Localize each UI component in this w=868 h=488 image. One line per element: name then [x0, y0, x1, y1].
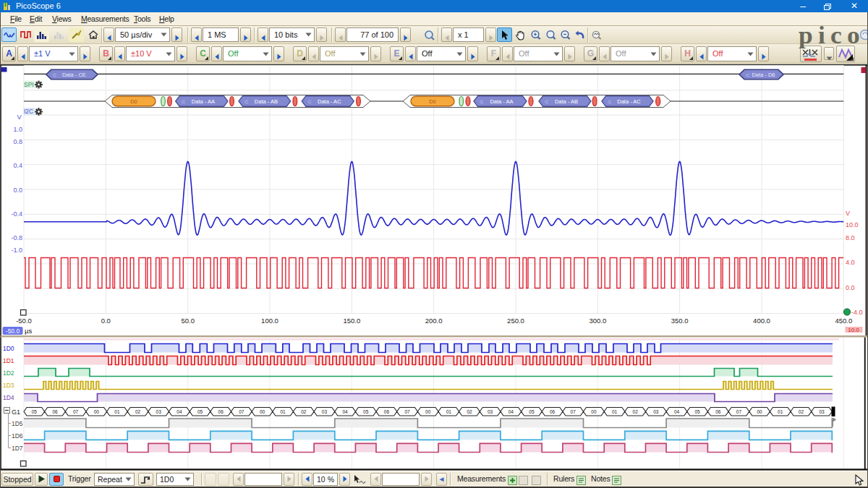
svg-text:01: 01	[446, 409, 452, 414]
svg-text:1D0: 1D0	[3, 345, 14, 352]
svg-text:05: 05	[32, 409, 38, 414]
svg-text:02: 02	[633, 409, 639, 414]
svg-text:07: 07	[571, 409, 576, 414]
svg-text:07: 07	[239, 409, 244, 414]
svg-text:02: 02	[799, 409, 804, 414]
svg-text:06: 06	[715, 409, 721, 414]
svg-text:02: 02	[135, 409, 141, 414]
svg-text:00: 00	[591, 409, 597, 414]
svg-text:1D4: 1D4	[3, 394, 14, 401]
svg-text:05: 05	[363, 409, 369, 414]
svg-text:00: 00	[757, 409, 762, 414]
svg-text:1D7: 1D7	[12, 445, 23, 452]
svg-text:03: 03	[653, 409, 659, 414]
svg-text:00: 00	[94, 409, 100, 414]
svg-text:00: 00	[425, 409, 431, 414]
svg-text:1D5: 1D5	[12, 420, 23, 427]
svg-text:00: 00	[260, 409, 265, 414]
svg-text:05: 05	[694, 409, 700, 414]
svg-text:06: 06	[52, 409, 58, 414]
svg-text:05: 05	[197, 409, 203, 414]
svg-text:05: 05	[529, 409, 535, 414]
svg-text:1D1: 1D1	[3, 357, 14, 364]
svg-text:02: 02	[301, 409, 307, 414]
svg-text:1D2: 1D2	[3, 369, 14, 377]
svg-text:04: 04	[674, 409, 680, 414]
svg-text:01: 01	[778, 409, 783, 414]
svg-text:03: 03	[156, 409, 162, 414]
svg-text:07: 07	[736, 409, 742, 414]
svg-text:03: 03	[488, 409, 493, 414]
svg-text:G1: G1	[12, 408, 20, 416]
svg-text:01: 01	[280, 409, 286, 414]
svg-text:04: 04	[176, 409, 182, 414]
svg-text:04: 04	[342, 409, 348, 414]
svg-text:1D6: 1D6	[12, 432, 23, 440]
svg-text:06: 06	[550, 409, 556, 414]
svg-text:06: 06	[218, 409, 224, 414]
svg-text:07: 07	[404, 409, 410, 414]
svg-text:07: 07	[73, 409, 79, 414]
svg-text:03: 03	[819, 409, 825, 414]
svg-text:03: 03	[322, 409, 328, 414]
svg-text:06: 06	[384, 409, 390, 414]
svg-text:02: 02	[467, 409, 472, 414]
svg-text:04: 04	[509, 409, 514, 414]
svg-text:01: 01	[612, 409, 618, 414]
svg-text:01: 01	[114, 409, 120, 414]
svg-text:1D3: 1D3	[3, 382, 14, 389]
